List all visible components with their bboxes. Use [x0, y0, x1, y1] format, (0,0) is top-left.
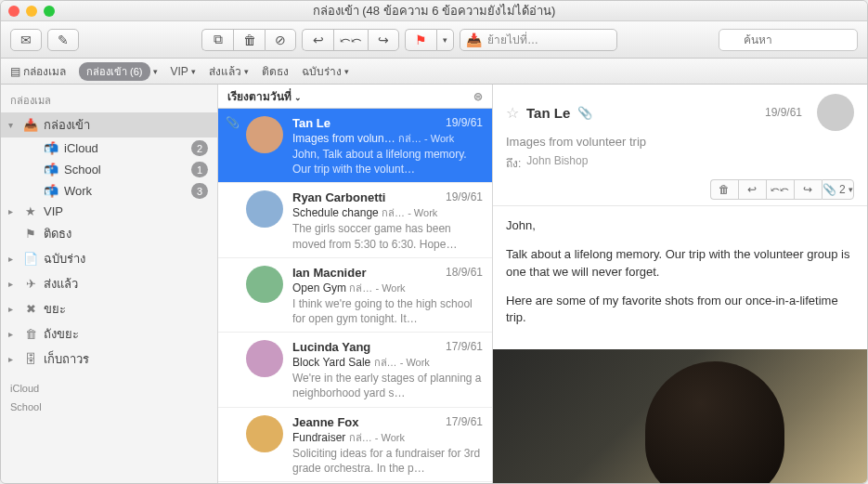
message-mailbox: กล่… - Work	[349, 282, 405, 294]
archive-button[interactable]: ⧉	[201, 29, 233, 51]
sidebar-account-work[interactable]: 📬Work3	[1, 180, 217, 202]
sidebar-drafts[interactable]: ▸📄ฉบับร่าง	[1, 246, 217, 271]
preview-header: ☆ Tan Le 📎 19/9/61 Images from volunteer…	[493, 85, 867, 206]
body-paragraph: John,	[506, 217, 854, 235]
message-preview-text: We're in the early stages of planning a …	[292, 371, 483, 400]
favorites-bar: ▤กล่องเมล กล่องเข้า (6)▾ VIP▾ ส่งแล้ว▾ ต…	[1, 59, 867, 85]
sidebar-junk[interactable]: ▸✖ขยะ	[1, 296, 217, 321]
attachment-image[interactable]	[493, 349, 867, 484]
trash-icon: 🗑	[243, 33, 256, 47]
minimize-window-button[interactable]	[26, 6, 37, 17]
search-input[interactable]	[719, 29, 858, 51]
message-row[interactable]: Lucinda Yang17/9/61Block Yard Sale กล่… …	[218, 333, 492, 407]
sidebar-trash[interactable]: ▸🗑ถังขยะ	[1, 321, 217, 347]
paperclip-icon: 📎	[226, 116, 237, 177]
forward-button[interactable]: ↪	[794, 179, 822, 200]
flag-menu-button[interactable]: ▾	[436, 29, 454, 51]
reply-button[interactable]: ↩	[302, 29, 333, 51]
attachments-button[interactable]: 📎 2 ▾	[822, 179, 854, 200]
fav-vip[interactable]: VIP▾	[171, 65, 196, 78]
message-row[interactable]: 📎Tan Le19/9/61Images from volun… กล่… - …	[218, 109, 492, 183]
star-icon[interactable]: ☆	[506, 104, 519, 122]
message-from: Lucinda Yang	[292, 340, 370, 354]
reply-icon: ↩	[747, 183, 757, 196]
sidebar-inbox[interactable]: ▾📥กล่องเข้า	[1, 112, 217, 137]
message-from: Tan Le	[292, 116, 330, 130]
disclosure-triangle-icon[interactable]: ▾	[8, 120, 18, 130]
reply-all-button[interactable]: ⤺⤺	[766, 179, 794, 200]
junk-button[interactable]: ⊘	[265, 29, 296, 51]
archive-icon: 🗄	[23, 352, 38, 366]
list-header: เรียงตามวันที่ ⌄ ⊜	[218, 85, 492, 109]
sidebar-sent[interactable]: ▸✈ส่งแล้ว	[1, 271, 217, 296]
preview-toolbar: 🗑 ↩ ⤺⤺ ↪ 📎 2 ▾	[506, 179, 854, 200]
fav-sent[interactable]: ส่งแล้ว▾	[209, 62, 249, 80]
message-subject: Fundraiser กล่… - Work	[292, 429, 483, 446]
reply-all-icon: ⤺⤺	[771, 183, 789, 196]
forward-icon: ↪	[378, 33, 389, 47]
forward-button[interactable]: ↪	[368, 29, 399, 51]
compose-button[interactable]: ✎	[47, 29, 79, 51]
fav-inbox[interactable]: กล่องเข้า (6)▾	[79, 62, 158, 81]
message-subject: Block Yard Sale กล่… - Work	[292, 354, 483, 371]
chevron-down-icon: ▾	[849, 185, 853, 194]
message-date: 18/9/61	[446, 266, 483, 280]
message-date: 17/9/61	[446, 415, 483, 429]
disclosure-triangle-icon[interactable]: ▸	[8, 279, 18, 289]
message-preview-text: The girls soccer game has been moved fro…	[292, 221, 483, 251]
sidebar-section-icloud[interactable]: iCloud	[1, 379, 217, 398]
disclosure-triangle-icon[interactable]: ▸	[8, 354, 18, 364]
flag-group: ⚑ ▾	[405, 29, 454, 51]
close-window-button[interactable]	[8, 6, 19, 17]
paperclip-icon: 📎	[823, 183, 836, 196]
fav-flagged[interactable]: ติดธง	[262, 62, 289, 80]
move-to-button[interactable]: 📥 ย้ายไปที่…	[460, 29, 617, 51]
window-controls	[8, 6, 55, 17]
sidebar-vip[interactable]: ▸★VIP	[1, 202, 217, 221]
flag-icon: ⚑	[415, 33, 427, 47]
archive-delete-group: ⧉ 🗑 ⊘	[201, 29, 296, 51]
sidebar-account-school[interactable]: 📬School1	[1, 159, 217, 180]
message-row[interactable]: Jeanne Fox17/9/61Fundraiser กล่… - WorkS…	[218, 408, 492, 482]
trash-icon: 🗑	[719, 183, 730, 196]
avatar	[246, 415, 283, 452]
message-subject: Images from volun… กล่… - Work	[292, 130, 483, 147]
to-value[interactable]: John Bishop	[526, 154, 588, 172]
delete-button[interactable]: 🗑	[710, 179, 738, 200]
disclosure-triangle-icon[interactable]: ▸	[8, 254, 18, 264]
sort-button[interactable]: เรียงตามวันที่ ⌄	[227, 87, 302, 105]
message-row[interactable]: Ryan Carbonetti19/9/61Schedule change กล…	[218, 183, 492, 257]
unread-badge: 3	[191, 183, 208, 199]
avatar	[246, 340, 283, 377]
delete-button[interactable]: 🗑	[233, 29, 265, 51]
reply-all-icon: ⤺⤺	[340, 33, 362, 47]
mailboxes-toggle[interactable]: ▤กล่องเมล	[10, 62, 66, 80]
message-from: Jeanne Fox	[292, 415, 359, 429]
message-subject: Open Gym กล่… - Work	[292, 280, 483, 296]
message-mailbox: กล่… - Work	[382, 207, 437, 218]
sidebar-archive[interactable]: ▸🗄เก็บถาวร	[1, 347, 217, 372]
chevron-down-icon: ▾	[153, 67, 158, 76]
disclosure-triangle-icon[interactable]: ▸	[8, 304, 18, 314]
avatar	[246, 116, 283, 153]
reply-button[interactable]: ↩	[738, 179, 766, 200]
filter-button[interactable]: ⊜	[473, 90, 483, 103]
sidebar-header: กล่องเมล	[1, 88, 217, 112]
body-paragraph: Here are some of my favorite shots from …	[506, 293, 854, 328]
sidebar-account-icloud[interactable]: 📬iCloud2	[1, 137, 217, 159]
message-from: Ryan Carbonetti	[292, 190, 385, 204]
trash-icon: 🗑	[23, 327, 38, 341]
fav-drafts[interactable]: ฉบับร่าง▾	[302, 62, 349, 80]
archive-icon: ⧉	[214, 32, 223, 47]
disclosure-triangle-icon[interactable]: ▸	[8, 206, 18, 216]
message-date: 19/9/61	[446, 190, 483, 204]
flag-button[interactable]: ⚑	[405, 29, 436, 51]
get-mail-button[interactable]: ✉︎	[10, 29, 42, 51]
zoom-window-button[interactable]	[44, 6, 55, 17]
reply-all-button[interactable]: ⤺⤺	[333, 29, 368, 51]
message-mailbox: กล่… - Work	[349, 432, 405, 443]
disclosure-triangle-icon[interactable]: ▸	[8, 329, 18, 339]
sidebar-section-school[interactable]: School	[1, 398, 217, 416]
message-row[interactable]: Ian Macnider18/9/61Open Gym กล่… - WorkI…	[218, 258, 492, 333]
sidebar-flagged[interactable]: ⚑ติดธง	[1, 221, 217, 246]
